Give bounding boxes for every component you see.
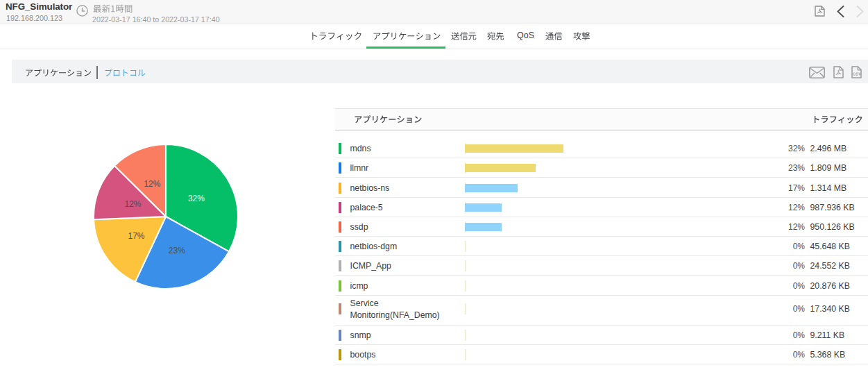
svg-text:12%: 12% [124,199,141,209]
svg-text:17%: 17% [128,231,144,241]
svg-text:12%: 12% [144,179,160,189]
svg-text:23%: 23% [169,246,185,255]
svg-text:32%: 32% [188,194,205,203]
